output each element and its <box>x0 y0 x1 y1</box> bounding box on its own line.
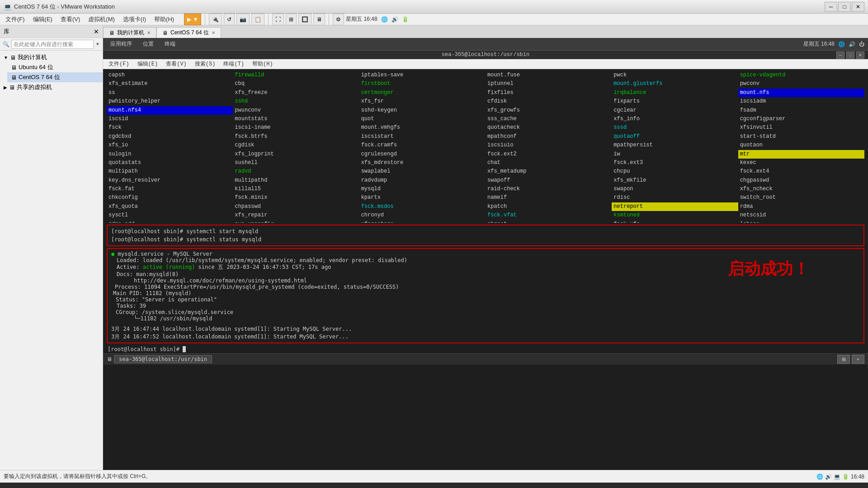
file-item: chat <box>486 159 612 167</box>
vm-window: 应用程序 位置 终端 星期五 16:48 🌐 🔊 ⏻ sea-365@local… <box>103 38 868 470</box>
sidebar-item-ubuntu[interactable]: 🖥 Ubuntu 64 位 <box>7 62 103 72</box>
tab-my-computer[interactable]: 🖥 我的计算机 ✕ <box>103 27 156 38</box>
tab-icon: 🖥 <box>109 30 114 36</box>
file-item: pwck <box>612 71 738 80</box>
sidebar-item-my-computer[interactable]: ▼ 🖥 我的计算机 <box>0 52 103 62</box>
tree-item-label: 我的计算机 <box>18 53 47 61</box>
file-item: chgpasswd <box>738 176 864 185</box>
file-item: fsck.ext4 <box>738 167 864 176</box>
tray-icon-4: 🔋 <box>842 474 849 480</box>
file-item: chpasswd <box>233 202 359 211</box>
file-item: key.dns_resolver <box>107 176 233 185</box>
menu-vm[interactable]: 虚拟机(M) <box>85 14 118 24</box>
menu-edit[interactable]: 编辑(E) <box>29 14 56 24</box>
sidebar-close-button[interactable]: ✕ <box>94 28 99 35</box>
outer-status-bar: 要输入定向到该虚拟机，请将鼠标指针移入其中或按 Ctrl+G。 🌐 🔊 💻 🔋 … <box>0 470 868 483</box>
service-log-2: 3月 24 16:47:52 localhost.localdomain sys… <box>111 333 860 341</box>
unity-button[interactable]: ⊞ <box>286 14 297 25</box>
network-status-icon: 🌐 <box>838 41 845 47</box>
snapshot-manager-button[interactable]: 📋 <box>251 14 264 25</box>
tab-close-icon[interactable]: ✕ <box>147 30 151 35</box>
search-dropdown-icon[interactable]: ▼ <box>95 42 100 47</box>
file-item: xfs_info <box>612 115 738 123</box>
terminal-maximize-button[interactable]: □ <box>846 52 854 59</box>
sidebar-header: 库 ✕ <box>0 25 103 38</box>
inner-menu-edit[interactable]: 编辑(E) <box>134 60 162 68</box>
file-item: iscsiadm <box>738 97 864 106</box>
cursor: _ <box>183 346 186 352</box>
file-item: netreport <box>612 202 738 211</box>
settings-button[interactable]: ⚙ <box>333 14 344 25</box>
service-log-1: 3月 24 16:47:44 localhost.localdomain sys… <box>111 325 860 333</box>
menu-view[interactable]: 查看(V) <box>57 14 84 24</box>
bottom-prompt: [root@localhost sbin]# _ <box>103 345 868 353</box>
file-item: mount.nfs <box>738 89 864 97</box>
sidebar-search-bar[interactable]: 🔍 ▼ <box>0 38 103 51</box>
removable-devices-button[interactable]: 🔌 <box>209 14 222 25</box>
close-button[interactable]: ✕ <box>852 2 864 12</box>
file-item: mysqld <box>359 185 486 193</box>
vm-menu-locations[interactable]: 位置 <box>139 40 157 48</box>
file-item: mount.glusterfs <box>612 80 738 88</box>
terminal-area[interactable]: sea-365@localhost:/usr/sbin ─ □ ✕ 文件(F) … <box>103 51 868 470</box>
file-item: kpartx <box>359 193 486 202</box>
file-item: xfs_growfs <box>486 106 612 115</box>
terminal-tab[interactable]: sea-365@localhost:/usr/sbin <box>114 355 212 363</box>
file-item: certmonger <box>359 89 486 97</box>
tree-item-label: Ubuntu 64 位 <box>19 63 53 71</box>
vm-power-button[interactable]: ▶ ▼ <box>184 14 201 25</box>
tab-centos[interactable]: 🖥 CentOS 7 64 位 ✕ <box>156 27 221 38</box>
inner-menu-search[interactable]: 搜索(S) <box>191 60 219 68</box>
menu-file[interactable]: 文件(F) <box>2 14 28 24</box>
file-listing: capshfirewalldiptables-savemount.fusepwc… <box>103 69 868 223</box>
file-item: mpathpersist <box>612 141 738 150</box>
fullscreen-button[interactable]: ⛶ <box>272 14 284 25</box>
tray-icon-2: 🔊 <box>825 474 832 480</box>
inner-menu-help[interactable]: 帮助(H) <box>249 60 277 68</box>
menu-help[interactable]: 帮助(H) <box>151 14 178 24</box>
file-item: switch_root <box>738 193 864 202</box>
terminal-icon: 🖥 <box>107 356 112 363</box>
sidebar-item-shared-vms[interactable]: ▶ 🖥 共享的虚拟机 <box>0 82 103 92</box>
view-button[interactable]: 🔲 <box>298 14 311 25</box>
file-item: nameif <box>486 193 612 202</box>
tab-close-icon[interactable]: ✕ <box>212 30 215 35</box>
terminal-close-button[interactable]: ✕ <box>856 52 864 59</box>
service-line-9: CGroup: /system.slice/mysqld.service <box>116 309 860 315</box>
sidebar-item-centos[interactable]: 🖥 CentOS 7 64 位 <box>7 72 103 82</box>
maximize-button[interactable]: □ <box>838 2 851 12</box>
file-item: xfs_io <box>107 141 233 150</box>
file-item: pwconv <box>738 80 864 88</box>
terminal-title: sea-365@localhost:/usr/sbin <box>442 52 529 58</box>
inner-menu-file[interactable]: 文件(F) <box>105 60 133 68</box>
file-item: quotaon <box>738 141 864 150</box>
minimize-button[interactable]: ─ <box>825 2 837 12</box>
terminal-tab-bar: 🖥 sea-365@localhost:/usr/sbin ⊞ + <box>103 353 868 365</box>
content-area: 🖥 我的计算机 ✕ 🖥 CentOS 7 64 位 ✕ 应用程序 位置 终端 星… <box>103 25 868 470</box>
datetime-display: 星期五 16:48 <box>346 15 377 23</box>
window-controls: ─ □ ✕ <box>825 2 864 12</box>
search-input[interactable] <box>11 40 94 49</box>
file-item: quot <box>359 115 486 123</box>
file-item: fsck.ext3 <box>612 159 738 167</box>
terminal-minimize-button[interactable]: ─ <box>836 52 844 59</box>
file-item: ss <box>107 89 233 97</box>
file-item: chkconfig <box>107 193 233 202</box>
file-item: fsck.cramfs <box>359 141 486 150</box>
vm-menu-terminal[interactable]: 终端 <box>161 40 179 48</box>
view2-button[interactable]: 🖥 <box>313 14 325 25</box>
vm-menu-apps[interactable]: 应用程序 <box>107 40 136 48</box>
terminal-tab-add-button[interactable]: + <box>852 355 864 364</box>
terminal-titlebar: sea-365@localhost:/usr/sbin ─ □ ✕ <box>103 51 868 59</box>
inner-menu-view[interactable]: 查看(V) <box>162 60 190 68</box>
file-item: cgclear <box>612 106 738 115</box>
file-item: cbq <box>233 80 359 88</box>
file-item: cgdcbxd <box>107 132 233 141</box>
terminal-tab-split-button[interactable]: ⊞ <box>837 355 850 364</box>
menu-tabs[interactable]: 选项卡(I) <box>119 14 150 24</box>
file-item: xfs_freeze <box>233 89 359 97</box>
snapshot-button[interactable]: 📷 <box>236 14 250 25</box>
vm-icon: 🖥 <box>9 84 15 91</box>
send-ctrl-alt-del-button[interactable]: ↺ <box>224 14 235 25</box>
inner-menu-terminal[interactable]: 终端(T) <box>220 60 248 68</box>
